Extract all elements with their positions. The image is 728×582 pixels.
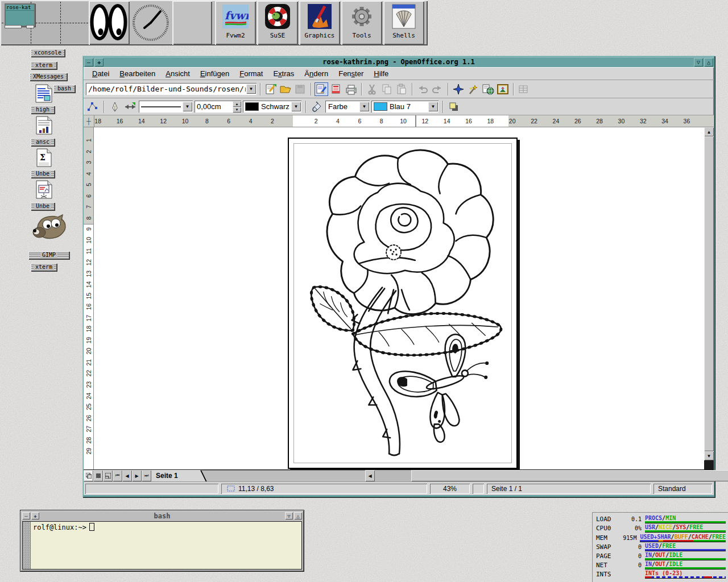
redo-icon[interactable] — [431, 82, 444, 96]
scroll-left-icon[interactable]: ◀ — [365, 470, 375, 481]
fill-type-select[interactable]: Farbe ▼ — [325, 101, 370, 113]
icon-xterm2[interactable]: xterm — [31, 263, 57, 271]
terminal-scrollbar[interactable] — [23, 522, 31, 569]
shade-down-button[interactable]: ▽ — [285, 512, 293, 519]
icon-high[interactable]: high — [31, 106, 55, 114]
maximize-button[interactable]: ✚ — [31, 512, 39, 519]
icon-xterm[interactable]: xterm — [31, 61, 57, 69]
ruler-origin-icon[interactable]: ┼ — [84, 115, 94, 127]
empty-panel-button[interactable] — [172, 1, 212, 45]
minimize-button[interactable]: — — [22, 512, 30, 519]
icon-bash[interactable]: bash — [53, 85, 75, 93]
open-icon[interactable] — [279, 82, 292, 96]
menu-item[interactable]: Bearbeiten — [114, 68, 160, 79]
menu-item[interactable]: Fenster — [333, 68, 369, 79]
math-document-icon[interactable]: Σ — [36, 148, 52, 167]
icon-gimp[interactable]: GIMP — [28, 251, 69, 259]
status-position-field[interactable]: 11,13 / 8,63 — [221, 484, 427, 494]
launcher-suse[interactable]: SuSE — [257, 1, 298, 45]
drawing-canvas[interactable] — [94, 127, 704, 469]
last-page-button[interactable]: ⏭ — [142, 470, 151, 481]
gimp-wilber-icon[interactable] — [32, 214, 68, 243]
pager-mini-window[interactable]: rose-kat — [5, 3, 35, 27]
print-icon[interactable] — [344, 82, 358, 96]
edit-file-icon[interactable] — [315, 82, 328, 96]
icon-unbenannt2[interactable]: Unbe — [31, 202, 55, 210]
document-page[interactable] — [288, 138, 518, 469]
terminal-text[interactable]: rolf@linux:~> — [31, 522, 301, 569]
line-color-arrow[interactable]: ▼ — [291, 102, 301, 111]
horizontal-scrollbar[interactable] — [375, 470, 728, 481]
horizontal-scroll-thumb[interactable] — [411, 470, 728, 481]
prev-page-button[interactable]: ◀ — [122, 470, 132, 481]
calc-document-icon[interactable] — [36, 116, 52, 135]
icon-xconsole[interactable]: xconsole — [31, 49, 65, 57]
menu-item[interactable]: Ändern — [299, 68, 333, 79]
vertical-scroll-thumb[interactable] — [704, 136, 714, 451]
line-style-arrow[interactable]: ▼ — [183, 102, 192, 111]
shadow-icon[interactable] — [447, 100, 461, 114]
menu-item[interactable]: Ansicht — [160, 68, 195, 79]
launcher-tools[interactable]: Tools — [341, 1, 382, 45]
minimize-button[interactable]: — — [84, 58, 93, 66]
wand-icon[interactable] — [466, 82, 480, 96]
menu-item[interactable]: Einfügen — [195, 68, 234, 79]
launcher-graphics[interactable]: Graphics — [299, 1, 340, 45]
status-page-field[interactable]: Seite 1 / 1 — [487, 484, 651, 494]
data-sources-icon[interactable] — [517, 82, 531, 96]
tab-seite-1[interactable]: Seite 1 — [151, 470, 200, 481]
fill-can-icon[interactable] — [310, 100, 324, 114]
shade-up-button[interactable]: △ — [294, 512, 302, 519]
status-zoom-field[interactable]: 43% — [430, 484, 470, 494]
scroll-up-icon[interactable]: ▲ — [704, 127, 714, 136]
writer-document-icon[interactable] — [35, 84, 52, 103]
undo-icon[interactable] — [416, 82, 429, 96]
pager-mini-window2[interactable] — [26, 25, 34, 28]
scroll-down-icon[interactable]: ▼ — [704, 451, 714, 460]
status-template-field[interactable]: Standard — [653, 484, 712, 494]
clock-widget[interactable] — [130, 1, 172, 45]
arrow-ends-icon[interactable] — [123, 100, 137, 114]
url-dropdown-arrow[interactable]: ▼ — [246, 84, 256, 94]
menu-item[interactable]: Format — [234, 68, 268, 79]
maximize-button[interactable]: ✚ — [94, 58, 104, 66]
desktop-pager[interactable]: rose-kat — [2, 2, 88, 44]
layer-view-button[interactable] — [103, 470, 113, 481]
navigator-icon[interactable] — [452, 82, 465, 96]
icon-unbenannt1[interactable]: Unbe — [31, 170, 55, 178]
paste-icon[interactable] — [395, 82, 408, 96]
master-mode-button[interactable] — [93, 470, 103, 481]
first-page-button[interactable]: ⏮ — [113, 470, 122, 481]
fill-color-arrow[interactable]: ▼ — [428, 102, 438, 111]
line-style-select[interactable]: ▼ — [139, 101, 193, 113]
shade-up-button[interactable]: △ — [704, 58, 713, 66]
rose-clipart-image[interactable] — [294, 144, 511, 462]
hyperlink-document-icon[interactable] — [481, 82, 495, 96]
icon-xmessages[interactable]: XMessages — [30, 73, 67, 81]
cut-icon[interactable] — [365, 82, 379, 96]
fill-type-arrow[interactable]: ▼ — [359, 102, 369, 111]
menu-item[interactable]: Datei — [87, 68, 114, 79]
shade-down-button[interactable]: ▽ — [694, 58, 703, 66]
launcher-fvwm2[interactable]: fvwm Fvwm2 — [215, 1, 256, 45]
fill-color-select[interactable]: Blau 7 ▼ — [371, 101, 439, 113]
menu-item[interactable]: Extras — [268, 68, 299, 79]
edit-points-icon[interactable] — [86, 100, 100, 114]
pen-icon[interactable] — [108, 100, 122, 114]
vertical-ruler[interactable]: 1234567891011121314151617181920212223242… — [84, 127, 94, 469]
menu-item[interactable]: Hilfe — [369, 68, 394, 79]
url-combobox[interactable]: /home/rolf/Bilder-und-Sounds/rosen/ros ▼ — [86, 83, 257, 95]
impress-document-icon[interactable] — [36, 180, 52, 200]
gallery-icon[interactable] — [496, 82, 510, 96]
xeyes-widget[interactable] — [89, 1, 130, 45]
save-icon[interactable] — [293, 82, 307, 96]
line-color-select[interactable]: Schwarz ▼ — [243, 101, 301, 113]
export-pdf-icon[interactable] — [329, 82, 343, 96]
new-document-icon[interactable] — [264, 82, 278, 96]
copy-icon[interactable] — [380, 82, 394, 96]
vertical-scrollbar[interactable]: ▲ ▼ — [704, 127, 714, 469]
icon-ansc[interactable]: ansc — [31, 138, 55, 146]
window-titlebar[interactable]: — ✚ rose-kathrin.png - OpenOffice.org 1.… — [84, 57, 714, 67]
horizontal-ruler[interactable]: 1816141210864224681012141618202224262830… — [94, 115, 714, 127]
pager-mini-terminal[interactable] — [5, 25, 22, 28]
